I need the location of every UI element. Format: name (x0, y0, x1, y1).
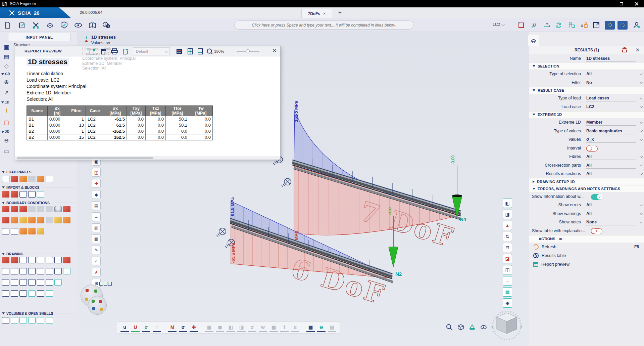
lock-numbers-icon[interactable]: # (579, 20, 589, 30)
load-case-dropdown[interactable]: LC2 (493, 22, 504, 27)
line-icon[interactable]: ↗ (1, 88, 11, 97)
show-information-toggle[interactable]: ✓ (591, 194, 602, 200)
filter-dropdown[interactable]: No (586, 79, 636, 86)
zoom-slider[interactable] (237, 51, 259, 52)
support-icon[interactable] (37, 206, 44, 212)
draw-shape-icon[interactable] (19, 279, 27, 286)
chevron-down-icon[interactable] (639, 220, 643, 223)
type-of-load-dropdown[interactable]: Load cases (586, 95, 636, 101)
home-icon[interactable] (622, 47, 628, 53)
dimension-icon[interactable] (54, 257, 62, 263)
import-dwg-icon[interactable] (37, 191, 44, 198)
draw-shape-icon[interactable] (2, 279, 9, 286)
import-frame-icon[interactable] (2, 191, 9, 198)
report-regenerate-icon[interactable] (99, 47, 108, 56)
draw-triangle-icon[interactable] (37, 290, 44, 297)
reactions-icon[interactable]: ↑ (153, 323, 161, 332)
zoom-slider-knob[interactable] (246, 49, 250, 53)
support-cylinder-icon[interactable] (54, 206, 62, 212)
panel-icon[interactable] (2, 176, 9, 182)
chevron-down-icon[interactable] (639, 120, 643, 124)
draw-line-icon[interactable] (37, 268, 44, 274)
function-f-icon[interactable]: f (280, 323, 289, 332)
hinge-icon[interactable] (54, 217, 62, 223)
actions-more-icon[interactable]: »» (559, 236, 562, 241)
minimize-button[interactable] (599, 0, 614, 7)
draw-line-icon[interactable] (54, 268, 62, 274)
view-cube-icon[interactable] (456, 323, 465, 332)
section-extreme-1d[interactable]: EXTREME 1D (529, 111, 644, 118)
action-refresh[interactable]: RefreshF5 (529, 243, 644, 251)
section-volumes[interactable]: VOLUMES & OPEN SHELLS (0, 310, 77, 316)
panel-load-icon[interactable] (11, 176, 18, 182)
panel-open-icon[interactable] (46, 176, 53, 182)
lock-flag-icon[interactable] (566, 20, 577, 30)
w-result-icon[interactable]: w (259, 323, 267, 332)
draw-circle-icon[interactable] (11, 290, 18, 297)
support-icon[interactable] (28, 206, 36, 212)
volume-icon[interactable] (37, 317, 44, 323)
section-m-icon[interactable]: ◧ (227, 323, 235, 332)
import-block-icon[interactable] (19, 191, 27, 198)
volume-icon[interactable] (28, 317, 36, 323)
report-template-select[interactable]: Default (133, 47, 170, 55)
draw-circle-icon[interactable] (19, 290, 27, 297)
chevron-down-icon[interactable] (639, 129, 643, 132)
window-layout-icon[interactable] (591, 20, 601, 30)
tag-icon[interactable]: ◇ (1, 61, 11, 70)
draw-line-icon[interactable] (63, 268, 70, 274)
values-dropdown[interactable]: σ_x (586, 136, 636, 143)
name-value[interactable]: 1D stresses (586, 55, 636, 62)
national-annex-button[interactable] (617, 21, 628, 30)
shell-icon[interactable]: ▭ (1, 147, 11, 156)
filter-icon[interactable]: ◫ (503, 265, 512, 274)
section-result-case[interactable]: RESULT CASE (529, 87, 644, 94)
scrollbar-thumb[interactable] (17, 157, 153, 159)
export-icon[interactable] (121, 47, 130, 56)
interval-toggle[interactable] (586, 146, 598, 152)
section-load-panels[interactable]: LOAD PANELS (0, 169, 77, 175)
hinge-icon[interactable] (46, 217, 53, 223)
arrows-updown-icon[interactable]: ⇅ (503, 232, 512, 241)
chevron-down-icon[interactable] (639, 172, 643, 175)
section-sigma-icon[interactable]: ◨ (237, 323, 246, 332)
volume-icon[interactable] (11, 317, 18, 323)
hinge-icon[interactable] (28, 217, 36, 223)
building-result-icon[interactable]: ▤ (328, 323, 336, 332)
hinge-icon[interactable] (19, 217, 27, 223)
report-horizontal-scrollbar[interactable] (15, 156, 280, 160)
hinge-icon[interactable] (2, 217, 9, 223)
axes-icon[interactable]: ⊕ (1, 78, 11, 86)
measure-icon[interactable]: m (542, 20, 552, 30)
edit-project-icon[interactable] (17, 20, 27, 30)
hinge-icon[interactable] (11, 217, 18, 223)
show-table-toggle[interactable] (591, 228, 602, 234)
database-icon[interactable]: ⊟ (503, 243, 512, 252)
panel-close-icon[interactable]: ✕ (635, 47, 640, 53)
spring-icon[interactable] (37, 228, 44, 234)
navigation-cube[interactable] (491, 308, 523, 340)
input-panel-header[interactable]: INPUT PANEL (8, 33, 70, 41)
spring-icon[interactable] (19, 228, 27, 234)
draw-shape-icon[interactable] (54, 279, 62, 286)
draw-shape-icon[interactable] (11, 279, 18, 286)
single-page-icon[interactable] (196, 47, 205, 56)
solid-result-icon[interactable]: ◼ (216, 323, 224, 332)
action-report-preview[interactable]: Report preview (529, 260, 644, 269)
chevron-down-icon[interactable] (639, 203, 643, 206)
draw-line-icon[interactable] (28, 268, 36, 274)
moment-m-icon[interactable]: M (168, 323, 177, 332)
support-icon[interactable] (11, 206, 18, 212)
maximize-button[interactable] (614, 0, 629, 7)
layers-tool-icon[interactable]: ▤ (92, 201, 101, 210)
column-icon[interactable]: ▢ (1, 118, 11, 127)
dimension-icon[interactable] (37, 257, 44, 263)
show-errors-dropdown[interactable]: All (586, 202, 636, 208)
show-warnings-dropdown[interactable]: All (586, 210, 636, 217)
list-tool-icon[interactable]: ≡ (92, 212, 101, 221)
table-tool-icon[interactable]: ▦ (92, 234, 101, 243)
section-drawing[interactable]: DRAWING (0, 251, 77, 257)
person-view-icon[interactable]: ▲ (503, 221, 512, 230)
panel-slab-icon[interactable] (37, 176, 44, 182)
draw-shape-icon[interactable] (37, 279, 44, 286)
